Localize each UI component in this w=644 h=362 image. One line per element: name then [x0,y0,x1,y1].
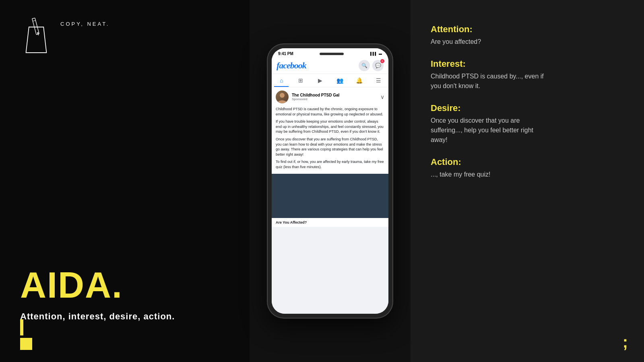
post-text-4: To find out if, or how, you are affected… [276,159,384,169]
status-icons: ▌▌▌ ▬ [370,52,382,56]
logo-area: COPY, NEAT. [20,16,229,56]
avatar-image [276,90,289,103]
facebook-header-icons: 🔍 💬 6 [359,60,384,71]
aida-subtitle: Attention, interest, desire, action. [20,311,229,322]
phone-mockup: 9:41 PM ▌▌▌ ▬ facebook 🔍 💬 6 [268,44,392,318]
post-author: The Childhood PTSD Gal [292,93,377,97]
deco-block [20,338,32,350]
post-avatar [276,90,289,103]
aida-attention: Attention: Are you affected? [431,24,624,47]
notification-badge: 6 [380,59,384,63]
aida-desire: Desire: Once you discover that you are s… [431,103,624,145]
interest-text: Childhood PTSD is caused by..., even if … [431,72,551,91]
battery-icon: ▬ [379,52,382,56]
right-panel: Attention: Are you affected? Interest: C… [411,0,644,362]
nav-home[interactable]: ⌂ [274,76,289,85]
attention-text: Are you affected? [431,37,551,47]
attention-label: Attention: [431,24,624,35]
post-sponsored: Sponsored [292,97,377,101]
nav-menu[interactable]: ☰ [372,76,386,85]
facebook-post: The Childhood PTSD Gal Sponsored ∨ Child… [272,87,388,227]
facebook-nav: ⌂ ⊞ ▶ 👥 🔔 ☰ [272,74,388,87]
action-text: ..., take my free quiz! [431,170,551,179]
aida-action: Action: ..., take my free quiz! [431,157,624,179]
brand-name: COPY, NEAT. [60,21,109,27]
avatar-icon [276,90,289,103]
left-panel: COPY, NEAT. AIDA. Attention, interest, d… [0,0,250,362]
search-button[interactable]: 🔍 [359,60,370,71]
bottom-right-decoration: ; [623,334,628,350]
aida-section: AIDA. Attention, interest, desire, actio… [20,267,229,322]
status-time: 9:41 PM [278,51,293,56]
nav-watch[interactable]: ▶ [313,76,328,85]
bottom-decoration [20,319,32,350]
nav-notifications[interactable]: 🔔 [352,76,366,85]
post-header: The Childhood PTSD Gal Sponsored ∨ [272,87,388,105]
post-text-1: Childhood PTSD is caused by the chronic,… [276,107,384,117]
desire-text: Once you discover that you are suffering… [431,116,551,145]
desire-label: Desire: [431,103,624,113]
svg-point-4 [280,93,285,98]
phone-notch [320,53,344,55]
aida-title: AIDA. [20,267,229,303]
phone-status-bar: 9:41 PM ▌▌▌ ▬ [272,48,388,58]
center-panel: 9:41 PM ▌▌▌ ▬ facebook 🔍 💬 6 [250,0,411,362]
post-image [272,174,388,218]
deco-line-1 [20,319,23,335]
post-text-2: If you have trouble keeping your emotion… [276,119,384,134]
facebook-header: facebook 🔍 💬 6 [272,58,388,74]
interest-label: Interest: [431,59,624,69]
post-text-3: Once you discover that you are suffering… [276,137,384,157]
messenger-button[interactable]: 💬 6 [372,60,384,71]
svg-rect-1 [32,18,39,35]
phone-screen: 9:41 PM ▌▌▌ ▬ facebook 🔍 💬 6 [272,48,388,314]
post-body: Childhood PTSD is caused by the chronic,… [272,105,388,174]
post-more-button[interactable]: ∨ [380,94,384,100]
nav-marketplace[interactable]: ⊞ [293,76,308,85]
aida-interest: Interest: Childhood PTSD is caused by...… [431,59,624,91]
action-label: Action: [431,157,624,167]
facebook-content: The Childhood PTSD Gal Sponsored ∨ Child… [272,87,388,314]
signal-icon: ▌▌▌ [370,52,377,56]
brand-logo-icon [20,16,52,56]
facebook-logo: facebook [277,60,306,71]
nav-friends[interactable]: 👥 [332,76,347,85]
post-cta[interactable]: Are You Affected? [272,218,388,227]
svg-line-3 [33,21,35,21]
post-meta: The Childhood PTSD Gal Sponsored [292,93,377,101]
